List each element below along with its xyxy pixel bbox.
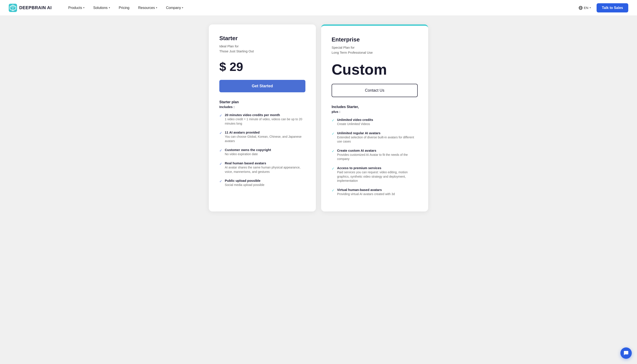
globe-icon bbox=[579, 6, 583, 10]
nav-resources[interactable]: Resources ▾ bbox=[135, 4, 161, 12]
resources-chevron-icon: ▾ bbox=[156, 6, 157, 9]
feature-item: ✓ Public upload possible Social media up… bbox=[219, 179, 305, 187]
enterprise-plan-name: Enterprise bbox=[332, 36, 418, 43]
nav-links: Products ▾ Solutions ▾ Pricing Resources… bbox=[65, 4, 576, 12]
enterprise-features-title: Includes Starter, bbox=[332, 105, 418, 109]
feature-item: ✓ Virtual human-based avatars Providing … bbox=[332, 188, 418, 196]
contact-us-button[interactable]: Contact Us bbox=[332, 84, 418, 97]
check-icon: ✓ bbox=[219, 162, 222, 166]
logo-icon bbox=[9, 4, 17, 12]
logo-text: DEEPBRAIN AI bbox=[19, 5, 52, 10]
enterprise-card: Enterprise Special Plan for Long Term Pr… bbox=[321, 24, 428, 212]
feature-item: ✓ Unlimited regular AI avatars Extended … bbox=[332, 131, 418, 144]
enterprise-price: Custom bbox=[332, 62, 418, 77]
pricing-wrapper: Starter Ideal Plan for Those Just Starti… bbox=[200, 24, 437, 212]
starter-plan-desc: Ideal Plan for Those Just Starting Out bbox=[219, 44, 305, 54]
starter-plan-name: Starter bbox=[219, 35, 305, 42]
logo-link[interactable]: DEEPBRAIN AI bbox=[9, 4, 52, 12]
check-icon: ✓ bbox=[332, 188, 335, 192]
starter-price: $ 29 bbox=[219, 61, 305, 73]
check-icon: ✓ bbox=[332, 166, 335, 171]
company-chevron-icon: ▾ bbox=[182, 6, 183, 9]
feature-item: ✓ Access to premium services Paid servic… bbox=[332, 166, 418, 183]
nav-right: EN ▾ Talk to Sales bbox=[576, 3, 628, 12]
check-icon: ✓ bbox=[219, 114, 222, 118]
check-icon: ✓ bbox=[219, 131, 222, 135]
main-content: Starter Ideal Plan for Those Just Starti… bbox=[0, 16, 637, 224]
check-icon: ✓ bbox=[219, 179, 222, 183]
lang-chevron-icon: ▾ bbox=[590, 6, 591, 9]
talk-to-sales-button[interactable]: Talk to Sales bbox=[596, 3, 628, 12]
feature-item: ✓ Real human based avatars AI avatar sha… bbox=[219, 161, 305, 174]
nav-pricing[interactable]: Pricing bbox=[115, 4, 133, 12]
check-icon: ✓ bbox=[219, 148, 222, 152]
nav-solutions[interactable]: Solutions ▾ bbox=[90, 4, 114, 12]
feature-item: ✓ Customer owns the copyright No video e… bbox=[219, 148, 305, 156]
nav-products[interactable]: Products ▾ bbox=[65, 4, 88, 12]
enterprise-features-subtitle: plus : bbox=[332, 110, 418, 114]
solutions-chevron-icon: ▾ bbox=[109, 6, 110, 9]
navbar: DEEPBRAIN AI Products ▾ Solutions ▾ Pric… bbox=[0, 0, 637, 16]
starter-card: Starter Ideal Plan for Those Just Starti… bbox=[209, 24, 316, 212]
check-icon: ✓ bbox=[332, 132, 335, 136]
feature-item: ✓ 20 minutes video credits per month 1 v… bbox=[219, 113, 305, 126]
chat-icon bbox=[623, 350, 629, 356]
feature-item: ✓ 11 AI avatars provided You can choose … bbox=[219, 130, 305, 143]
feature-item: ✓ Create custom AI avatars Provides cust… bbox=[332, 148, 418, 161]
starter-features-subtitle: Includes : bbox=[219, 105, 305, 109]
chat-bubble-button[interactable] bbox=[620, 348, 632, 359]
check-icon: ✓ bbox=[332, 118, 335, 122]
language-selector[interactable]: EN ▾ bbox=[576, 4, 593, 11]
enterprise-plan-desc: Special Plan for Long Term Professional … bbox=[332, 45, 418, 55]
feature-item: ✓ Unlimited video credits Create Unlimit… bbox=[332, 118, 418, 126]
nav-company[interactable]: Company ▾ bbox=[163, 4, 187, 12]
get-started-button[interactable]: Get Started bbox=[219, 80, 305, 92]
starter-features-title: Starter plan bbox=[219, 100, 305, 104]
check-icon: ✓ bbox=[332, 149, 335, 153]
products-chevron-icon: ▾ bbox=[83, 6, 85, 9]
